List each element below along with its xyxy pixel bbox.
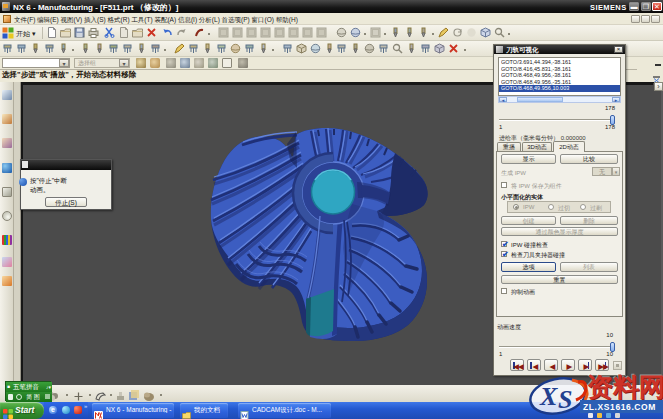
svg-text:X: X	[539, 382, 558, 411]
svg-text:S: S	[558, 385, 572, 414]
